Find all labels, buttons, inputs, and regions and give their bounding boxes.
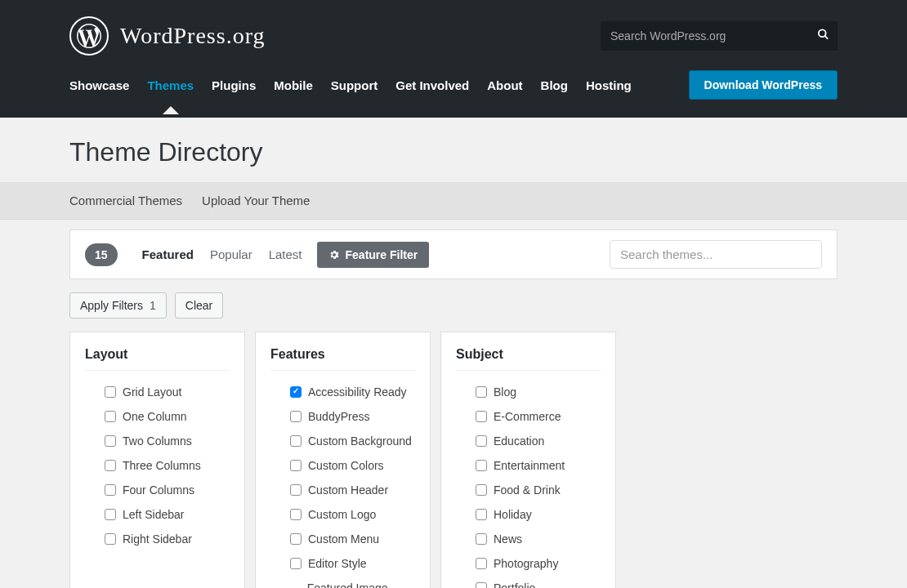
filter-checkbox[interactable]	[105, 533, 116, 545]
subnav-bar: Commercial ThemesUpload Your Theme	[0, 182, 907, 220]
subnav-commercial-themes[interactable]: Commercial Themes	[69, 194, 182, 207]
result-count: 15	[85, 243, 118, 266]
filter-checkbox[interactable]	[105, 411, 116, 422]
filter-label: Three Columns	[123, 459, 201, 472]
nav-item-mobile[interactable]: Mobile	[274, 78, 313, 92]
filter-option[interactable]: Three Columns	[105, 459, 230, 472]
filter-option[interactable]: Education	[476, 434, 601, 448]
nav-item-showcase[interactable]: Showcase	[69, 78, 129, 92]
logo[interactable]: WordPress.org	[69, 16, 265, 56]
filter-checkbox[interactable]	[476, 582, 487, 588]
filter-label: Featured Image Header	[307, 581, 415, 588]
subnav-upload-your-theme[interactable]: Upload Your Theme	[202, 194, 310, 207]
nav-item-support[interactable]: Support	[331, 78, 378, 92]
filter-group-features: FeaturesAccessibility ReadyBuddyPressCus…	[255, 332, 431, 588]
filter-option[interactable]: BuddyPress	[290, 410, 415, 423]
filter-option[interactable]: Food & Drink	[476, 483, 601, 497]
filter-checkbox[interactable]	[476, 509, 487, 520]
filter-checkbox[interactable]	[476, 558, 487, 569]
tab-latest[interactable]: Latest	[269, 247, 302, 261]
filter-group-layout: LayoutGrid LayoutOne ColumnTwo ColumnsTh…	[69, 332, 245, 588]
filter-option[interactable]: Right Sidebar	[105, 532, 230, 546]
filter-option[interactable]: Custom Colors	[290, 459, 415, 472]
wordpress-logo-icon	[69, 16, 109, 56]
filter-option[interactable]: Accessibility Ready	[290, 385, 415, 399]
filter-option[interactable]: Featured Image Header	[290, 581, 415, 588]
nav-item-blog[interactable]: Blog	[541, 78, 568, 92]
svg-line-1	[824, 36, 828, 39]
filter-option[interactable]: News	[476, 532, 601, 546]
nav-item-about[interactable]: About	[487, 78, 522, 92]
filter-checkbox[interactable]	[105, 509, 116, 520]
filter-label: Accessibility Ready	[308, 385, 407, 399]
filter-checkbox[interactable]	[290, 460, 302, 471]
filter-option[interactable]: Grid Layout	[105, 385, 230, 399]
filter-checkbox[interactable]	[476, 460, 487, 471]
filter-checkbox[interactable]	[290, 533, 302, 545]
apply-filters-button[interactable]: Apply Filters 1	[69, 292, 167, 318]
filter-checkbox[interactable]	[290, 411, 302, 422]
filter-option[interactable]: Two Columns	[105, 434, 230, 448]
filter-label: Grid Layout	[123, 385, 181, 399]
filter-checkbox[interactable]	[290, 435, 302, 447]
filter-checkbox[interactable]	[290, 509, 302, 520]
filter-option[interactable]: Editor Style	[290, 557, 415, 570]
filter-option[interactable]: Entertainment	[476, 459, 601, 472]
filter-option[interactable]: One Column	[105, 410, 230, 423]
filter-option[interactable]: Portfolio	[476, 581, 601, 588]
tab-popular[interactable]: Popular	[210, 247, 252, 261]
global-search	[601, 21, 838, 51]
filter-label: Editor Style	[308, 557, 367, 570]
filter-checkbox[interactable]	[290, 558, 302, 569]
filter-label: Custom Colors	[308, 459, 384, 472]
filter-checkbox[interactable]	[105, 460, 116, 471]
filter-checkbox[interactable]	[105, 484, 116, 496]
filter-option[interactable]: Custom Menu	[290, 532, 415, 546]
filter-checkbox[interactable]	[476, 411, 487, 422]
filter-checkbox[interactable]	[290, 386, 302, 398]
filter-option[interactable]: Custom Logo	[290, 508, 415, 521]
filter-option[interactable]: Photography	[476, 557, 601, 570]
filter-group-subject: SubjectBlogE-CommerceEducationEntertainm…	[440, 332, 616, 588]
filter-option[interactable]: Holiday	[476, 508, 601, 521]
feature-filter-button[interactable]: Feature Filter	[317, 242, 430, 268]
gear-icon	[328, 249, 340, 261]
filter-checkbox[interactable]	[476, 484, 487, 496]
filter-label: Two Columns	[123, 434, 192, 448]
filter-option[interactable]: Four Columns	[105, 483, 230, 497]
filter-group-title: Subject	[456, 347, 601, 371]
filter-label: Custom Logo	[308, 508, 376, 521]
filter-checkbox[interactable]	[105, 435, 116, 447]
filter-checkbox[interactable]	[476, 435, 487, 447]
filter-option[interactable]: Custom Header	[290, 483, 415, 497]
nav-item-plugins[interactable]: Plugins	[212, 78, 256, 92]
page-title: Theme Directory	[69, 137, 838, 167]
filter-header: 15 FeaturedPopularLatest Feature Filter	[69, 229, 838, 279]
global-search-input[interactable]	[601, 21, 838, 51]
filter-option[interactable]: Custom Background	[290, 434, 415, 448]
filter-label: BuddyPress	[308, 410, 369, 423]
nav-item-themes[interactable]: Themes	[147, 78, 194, 92]
filter-checkbox[interactable]	[105, 386, 116, 398]
filter-checkbox[interactable]	[476, 386, 487, 398]
logo-text: WordPress.org	[120, 23, 265, 49]
filter-checkbox[interactable]	[290, 484, 302, 496]
site-header: WordPress.org ShowcaseThemesPluginsMobil…	[0, 0, 907, 118]
filter-actions: Apply Filters 1 Clear	[69, 292, 838, 318]
filter-label: Entertainment	[494, 459, 565, 472]
filter-columns: LayoutGrid LayoutOne ColumnTwo ColumnsTh…	[69, 332, 838, 588]
filter-option[interactable]: E-Commerce	[476, 410, 601, 423]
filter-label: E-Commerce	[494, 410, 561, 423]
tab-featured[interactable]: Featured	[142, 247, 194, 261]
clear-filters-button[interactable]: Clear	[175, 292, 223, 318]
theme-search-input[interactable]	[610, 240, 822, 269]
filter-option[interactable]: Left Sidebar	[105, 508, 230, 521]
filter-checkbox[interactable]	[476, 533, 487, 545]
nav-item-get-involved[interactable]: Get Involved	[395, 78, 469, 92]
filter-option[interactable]: Blog	[476, 385, 601, 399]
search-icon[interactable]	[817, 29, 829, 44]
filter-label: Holiday	[494, 508, 532, 521]
nav-item-hosting[interactable]: Hosting	[586, 78, 632, 92]
filter-label: Education	[494, 434, 544, 448]
download-wordpress-button[interactable]: Download WordPress	[689, 70, 838, 100]
